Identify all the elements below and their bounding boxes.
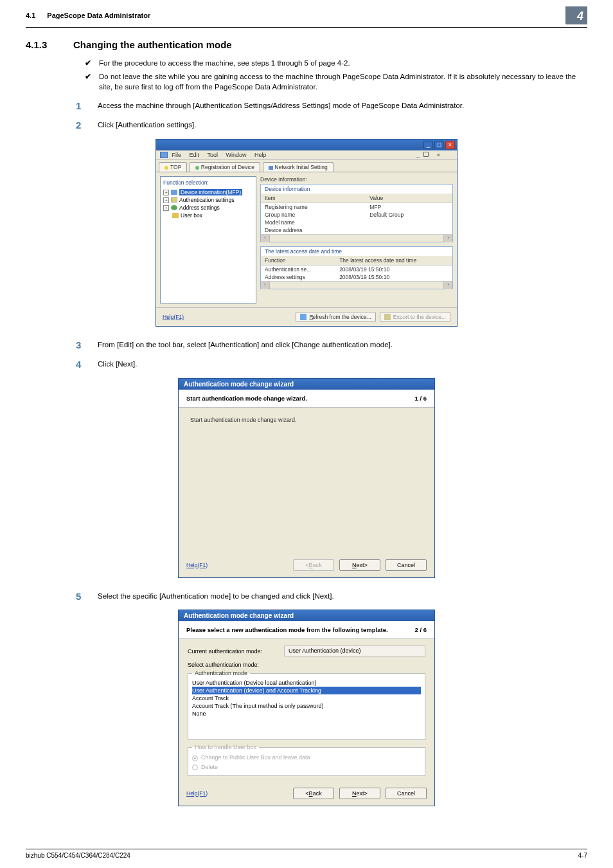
row-addr: Address settings xyxy=(261,273,335,281)
expand-icon[interactable]: + xyxy=(163,205,169,211)
check-text-2: Do not leave the site while you are gain… xyxy=(99,71,587,93)
device-info-toplabel: Device information: xyxy=(260,176,453,183)
mdi-controls[interactable]: _ × xyxy=(416,152,447,158)
wizard-page: 1 / 6 xyxy=(415,395,427,402)
auth-opt-4[interactable]: Account Track (The input method is only … xyxy=(192,702,421,710)
step-number-1: 1 xyxy=(76,99,98,113)
refresh-label: efresh from the device... xyxy=(313,314,371,320)
cancel-button[interactable]: Cancel xyxy=(386,788,427,799)
radio-icon xyxy=(192,764,198,770)
auth-opt-5[interactable]: None xyxy=(192,710,421,718)
auth-opt-3[interactable]: Account Track xyxy=(192,694,421,702)
device-info-title: Device information xyxy=(261,185,452,192)
tree-address-settings[interactable]: + Address settings xyxy=(163,204,253,212)
refresh-button[interactable]: Refresh from the device... xyxy=(296,312,375,322)
next-button[interactable]: Next> xyxy=(339,559,380,571)
tree-auth-label: Authentication settings xyxy=(179,197,235,203)
step-text-1: Access the machine through [Authenticati… xyxy=(98,99,587,113)
step-text-5: Select the specific [Authentication mode… xyxy=(98,590,587,604)
tab-registration[interactable]: Registration of Device xyxy=(190,162,260,172)
tree-user-box[interactable]: User box xyxy=(163,212,253,219)
back-button[interactable]: <Back xyxy=(293,788,334,799)
function-selection-label: Function selection: xyxy=(163,179,253,186)
row-addr-val: 2008/03/19 15:50:10 xyxy=(335,273,452,281)
step-number-3: 3 xyxy=(76,338,98,352)
row-registering-name-val: MFP xyxy=(366,203,452,212)
row-auth-val: 2008/03/19 15:50:10 xyxy=(335,266,452,274)
menu-file[interactable]: File xyxy=(172,152,182,158)
tab-top[interactable]: TOP xyxy=(159,162,187,172)
wizard-head: Start authentication mode change wizard. xyxy=(186,395,415,402)
expand-icon[interactable]: + xyxy=(163,197,169,203)
select-auth-label: Select authentication mode: xyxy=(188,662,425,668)
app-window: _ □ × File Edit Tool Window Help _ × TOP… xyxy=(155,139,458,327)
title-bar: _ □ × xyxy=(156,140,457,150)
row-device-address: Device address xyxy=(261,226,366,234)
help-link[interactable]: Help(F1) xyxy=(186,790,208,797)
step-text-3: From [Edit] on the tool bar, select [Aut… xyxy=(98,338,587,352)
userbox-icon xyxy=(172,213,179,218)
step-text-2: Click [Authentication settings]. xyxy=(98,118,587,132)
check-icon: ✔ xyxy=(85,71,99,93)
col-latest: The latest access date and time xyxy=(335,256,452,266)
next-button[interactable]: Next> xyxy=(339,788,380,799)
step-number-5: 5 xyxy=(76,590,98,604)
menu-window[interactable]: Window xyxy=(226,152,246,158)
userbox-legend: How to handle User box xyxy=(192,744,259,750)
function-selection-panel: Function selection: + Device information… xyxy=(160,176,256,303)
tree-userbox-label: User box xyxy=(181,212,202,219)
latest-access-title: The latest access date and time xyxy=(261,247,452,255)
check-text-1: For the procedure to access the machine,… xyxy=(99,58,587,69)
menu-edit[interactable]: Edit xyxy=(190,152,200,158)
section-number: 4.1 xyxy=(26,12,35,19)
auth-mode-fieldset: Authentication mode User Authentication … xyxy=(188,670,425,740)
maximize-icon[interactable]: □ xyxy=(434,141,444,149)
heading-number: 4.1.3 xyxy=(26,39,73,50)
expand-icon[interactable]: + xyxy=(163,190,169,195)
row-registering-name: Registering name xyxy=(261,203,366,212)
auth-opt-1[interactable]: User Authentication (Device local authen… xyxy=(192,679,421,687)
tab-bar: TOP Registration of Device Network Initi… xyxy=(156,160,457,172)
help-link[interactable]: Help(F1) xyxy=(186,562,208,568)
tab-reg-icon xyxy=(195,166,199,170)
device-info-group: Device information Item Value Registerin… xyxy=(260,184,453,242)
app-icon xyxy=(160,152,168,158)
scroll-bar[interactable]: ‹› xyxy=(261,234,452,242)
col-item: Item xyxy=(261,194,366,203)
current-auth-label: Current authentication mode: xyxy=(188,648,284,655)
footer-model: bizhub C554/C454/C364/C284/C224 xyxy=(26,852,578,859)
tree-device-info[interactable]: + Device information(MFP) xyxy=(163,188,253,196)
menu-tool[interactable]: Tool xyxy=(207,152,218,158)
close-icon[interactable]: × xyxy=(445,141,455,149)
tree-auth-settings[interactable]: + Authentication settings xyxy=(163,196,253,204)
row-auth: Authentication se... xyxy=(261,266,335,274)
step-text-4: Click [Next]. xyxy=(98,357,587,372)
device-icon xyxy=(171,190,177,195)
wizard-page: 2 / 6 xyxy=(415,626,427,633)
chapter-number: 4 xyxy=(565,6,587,24)
wizard-window: Authentication mode change wizard Start … xyxy=(178,378,435,578)
scroll-bar[interactable]: ‹› xyxy=(261,281,452,289)
export-button[interactable]: Export to the device... xyxy=(380,312,450,322)
current-auth-value: User Authentication (device) xyxy=(284,646,425,656)
tree-device-info-label: Device information(MFP) xyxy=(179,189,242,195)
help-link[interactable]: Help(F1) xyxy=(163,314,184,320)
menu-help[interactable]: Help xyxy=(254,152,267,158)
refresh-icon xyxy=(300,314,306,320)
check-icon: ✔ xyxy=(85,58,99,69)
export-label: Export to the device... xyxy=(393,314,446,320)
wizard-head: Please select a new authentication mode … xyxy=(186,626,415,633)
latest-access-group: The latest access date and time Function… xyxy=(260,246,453,289)
wizard-window-2: Authentication mode change wizard Please… xyxy=(178,610,435,806)
wizard-title: Authentication mode change wizard xyxy=(179,610,434,621)
footer-page: 4-7 xyxy=(578,852,587,859)
cancel-button[interactable]: Cancel xyxy=(386,559,427,571)
tab-network[interactable]: Network Initial Setting xyxy=(263,162,333,172)
wizard-body-text: Start authentication mode change wizard. xyxy=(190,417,297,423)
back-button: <Back xyxy=(293,559,334,571)
row-model-name: Model name xyxy=(261,219,366,226)
userbox-fieldset: How to handle User box Change to Public … xyxy=(188,744,425,775)
auth-mode-legend: Authentication mode xyxy=(192,670,250,676)
minimize-icon[interactable]: _ xyxy=(423,141,433,149)
auth-opt-2[interactable]: User Authentication (device) and Account… xyxy=(192,687,421,694)
